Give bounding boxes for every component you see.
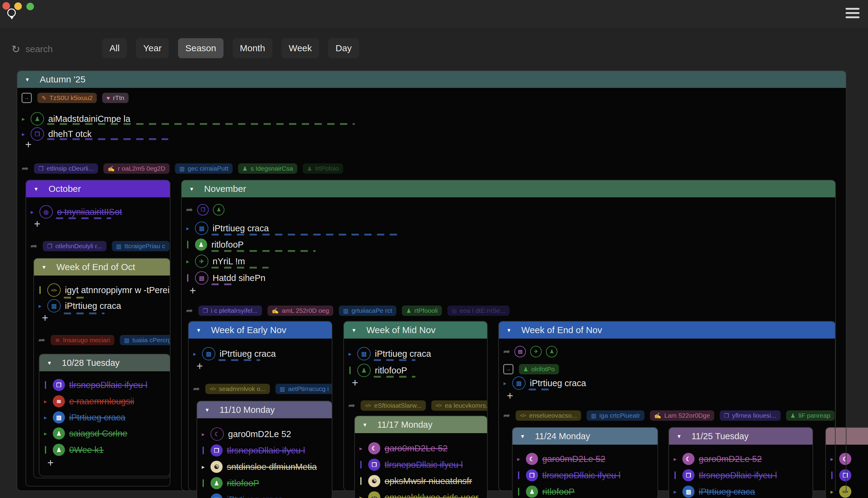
expand-caret-icon[interactable]: ▸: [202, 431, 205, 438]
export-icon[interactable]: →: [22, 93, 32, 103]
filter-season-button[interactable]: Season: [178, 38, 223, 58]
tag[interactable]: </>enselueovacso...: [516, 410, 581, 421]
tag[interactable]: ✎TzS0U k5ixuu2: [37, 93, 97, 103]
list-item[interactable]: ▸ ☯ sntdinsloe dfmiunMetia: [200, 459, 332, 474]
list-item[interactable]: ❐ tlrsnepoDllaic ifyeu l: [358, 457, 487, 472]
tag[interactable]: ❐yflrnea liouesi...: [720, 410, 781, 421]
add-item-button[interactable]: +: [507, 390, 513, 401]
chevron-down-icon[interactable]: ▾: [190, 185, 193, 193]
tag[interactable]: ❐etlInsip cDeurli...: [34, 163, 98, 174]
collapsed-marker[interactable]: [518, 488, 519, 496]
expand-caret-icon[interactable]: ▸: [22, 116, 25, 122]
day-header[interactable]: ▾ 11/10 Monday: [197, 401, 332, 418]
add-item-button[interactable]: +: [190, 285, 196, 296]
list-item[interactable]: ▸ ☾ garo0mD2Le 52: [200, 427, 332, 441]
tag[interactable]: ✍Lam 522or0Dge: [650, 410, 714, 421]
expand-caret-icon[interactable]: ▸: [830, 488, 833, 495]
expand-caret-icon[interactable]: ▸: [503, 380, 506, 387]
list-item[interactable]: ▤ Hatdd sihePn: [185, 271, 835, 285]
week-header[interactable]: ▾ Week of Early Nov: [189, 322, 332, 339]
tag[interactable]: ▥grtuiiacaPe rct: [339, 305, 397, 316]
list-item[interactable]: ❐ tlrsnepoDllaic ifyeu l: [516, 468, 658, 483]
week-header[interactable]: ▾ Week of End of Nov: [499, 322, 835, 339]
collapsed-marker[interactable]: [187, 274, 188, 282]
chevron-down-icon[interactable]: ▾: [363, 421, 366, 428]
tag[interactable]: ♟liF panreap: [786, 410, 834, 421]
filter-month-button[interactable]: Month: [233, 38, 272, 58]
filter-day-button[interactable]: Day: [328, 38, 359, 58]
list-item[interactable]: ▸ ◎ o tnyniiaairitIISot: [29, 205, 170, 219]
tag[interactable]: ▥gec cirraiaPutt: [175, 163, 233, 174]
expand-caret-icon[interactable]: ▸: [674, 488, 677, 495]
refresh-icon[interactable]: ↻: [12, 43, 20, 55]
list-item[interactable]: ♟ ritlofooP: [347, 363, 487, 378]
list-item[interactable]: ▸ ☾ garo0mD2Le 52: [672, 451, 813, 466]
collapsed-marker[interactable]: [674, 471, 676, 479]
chevron-down-icon[interactable]: ▾: [26, 76, 29, 83]
tag[interactable]: </>seadmrnlvok o...: [205, 384, 270, 394]
chevron-down-icon[interactable]: ▾: [48, 359, 51, 366]
hamburger-menu-icon[interactable]: [845, 8, 859, 18]
chevron-down-icon[interactable]: ▾: [197, 326, 200, 334]
list-item[interactable]: ❐ tlrsnepoDllaic ifyeu l: [42, 378, 170, 392]
day-header[interactable]: ▾ 11/25 Tuesday: [669, 428, 813, 445]
expand-caret-icon[interactable]: ▸: [186, 225, 189, 232]
month-header[interactable]: ▾ November: [182, 180, 835, 197]
collapsed-marker[interactable]: [518, 471, 519, 479]
collapsed-marker[interactable]: [360, 461, 362, 469]
expand-caret-icon[interactable]: ▸: [186, 258, 189, 265]
collapsed-marker[interactable]: [187, 241, 188, 249]
list-item[interactable]: </> igyt atnnroppiymr w -tPereiirdopopr: [37, 283, 170, 297]
list-item[interactable]: ❐ tlrsnepoDllaic ifyeu l: [200, 443, 332, 458]
tag[interactable]: ♥rTtn: [102, 93, 129, 103]
tag[interactable]: </>ea leucvkomrs...: [431, 401, 488, 411]
list-item[interactable]: ▸ ▥ iPtrtiueg craca: [37, 299, 170, 313]
search-input[interactable]: [25, 42, 93, 56]
chevron-down-icon[interactable]: ▾: [352, 326, 355, 334]
list-item[interactable]: ▸ ▥ iPtrtiueg craca: [185, 221, 835, 236]
expand-caret-icon[interactable]: ▸: [349, 350, 351, 357]
minimize-window-button[interactable]: [14, 2, 22, 10]
expand-caret-icon[interactable]: ▸: [202, 496, 205, 498]
list-item[interactable]: ▸ ▥ iPtrtiueg craca: [347, 346, 487, 361]
collapsed-marker[interactable]: [45, 446, 46, 454]
day-header[interactable]: ▾ 11/24 Monday: [513, 428, 658, 445]
tag[interactable]: ▥tuaiia cPercrgt: [120, 335, 170, 345]
export-icon[interactable]: →: [503, 364, 514, 374]
collapsed-marker[interactable]: [349, 366, 351, 374]
rocket-icon[interactable]: ✈: [530, 346, 542, 357]
tag[interactable]: ◎eoa l dtE:rnSe...: [448, 305, 509, 316]
filter-year-button[interactable]: Year: [136, 38, 169, 58]
collapsed-marker[interactable]: [203, 446, 204, 454]
list-item[interactable]: ❐ tlrsnepoDllaic ifyeu l: [672, 468, 813, 483]
expand-caret-icon[interactable]: ▸: [44, 398, 47, 405]
chevron-down-icon[interactable]: ▾: [521, 433, 524, 440]
day-header[interactable]: [826, 428, 868, 445]
tag[interactable]: ♟olrifotPo: [519, 364, 559, 374]
filter-all-button[interactable]: All: [102, 38, 127, 58]
month-header[interactable]: ▾ October: [26, 180, 170, 197]
collapsed-marker[interactable]: [45, 381, 46, 389]
expand-caret-icon[interactable]: ▸: [202, 463, 205, 470]
chevron-down-icon[interactable]: ▾: [42, 263, 46, 271]
collapsed-marker[interactable]: [831, 471, 832, 479]
tag[interactable]: ▥ttcraigePriau c: [112, 241, 170, 251]
tag[interactable]: ≋Insarugo meciari: [51, 335, 114, 345]
list-item[interactable]: ▸ ▥ iPtrtiueg craca: [42, 410, 170, 425]
list-item[interactable]: ▸ ▥ iPtrtiueg craca: [502, 376, 835, 390]
season-header[interactable]: ▾ Autumn '25: [17, 71, 846, 88]
list-item[interactable]: ☯ opksMwslr niueatdnsfr: [358, 474, 487, 488]
add-item-button[interactable]: +: [196, 361, 203, 371]
chevron-down-icon[interactable]: ▾: [206, 406, 209, 414]
tag[interactable]: ❐i c pleltalrsyifel...: [198, 305, 262, 316]
day-header[interactable]: ▾ 10/28 Tuesday: [39, 354, 170, 371]
expand-caret-icon[interactable]: ▸: [517, 456, 520, 462]
expand-caret-icon[interactable]: ▸: [359, 494, 362, 498]
collapsed-marker[interactable]: [360, 477, 362, 485]
week-header[interactable]: ▾ Week of End of Oct: [34, 259, 170, 276]
list-item[interactable]: ▸ ♟ saiagsd Csrlne: [42, 426, 170, 441]
tag[interactable]: ✍r oaL2m5 0eg2D: [103, 163, 170, 174]
expand-caret-icon[interactable]: ▸: [31, 209, 34, 215]
tag[interactable]: ▥aetPtirracucg i: [275, 384, 333, 394]
tag[interactable]: ❐otlefsnDeulyli r...: [43, 241, 106, 251]
